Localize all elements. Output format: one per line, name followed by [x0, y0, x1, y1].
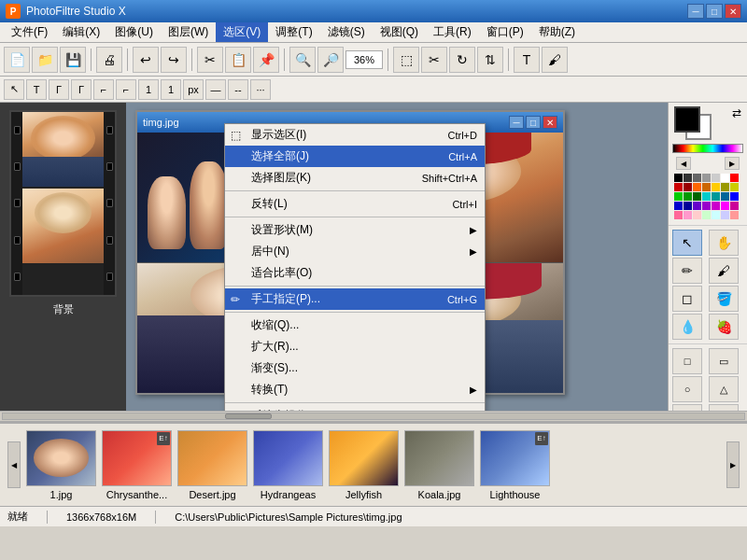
tool2-8[interactable]: 1 — [161, 79, 181, 100]
menu-select-layer[interactable]: 选择图层(K) Shift+Ctrl+A — [225, 167, 485, 189]
tool2-10[interactable]: — — [205, 79, 226, 100]
color-swatch[interactable] — [721, 202, 729, 210]
polygon-shape-btn[interactable]: ⬡ — [709, 404, 739, 411]
tool2-2[interactable]: T — [26, 79, 47, 100]
color-swatch[interactable] — [693, 183, 701, 191]
doc-minimize-button[interactable]: ─ — [509, 116, 524, 129]
thumb-img-1[interactable] — [26, 430, 96, 486]
triangle-shape-btn[interactable]: △ — [709, 376, 739, 402]
nav-right-arrow[interactable]: ▶ — [725, 157, 740, 170]
menu-image[interactable]: 图像(U) — [107, 22, 161, 42]
menu-filter[interactable]: 滤镜(S) — [320, 22, 373, 42]
zoom-level[interactable]: 36% — [345, 50, 383, 69]
menu-window[interactable]: 窗口(P) — [479, 22, 531, 42]
zoom-tool-btn[interactable]: 🍓 — [709, 314, 739, 340]
rotate-button[interactable]: ↻ — [449, 47, 475, 73]
thumb-next-button[interactable]: ▶ — [726, 441, 740, 488]
tool2-3[interactable]: Γ — [49, 79, 69, 100]
color-swatch[interactable] — [684, 202, 692, 210]
swap-colors-icon[interactable]: ⇄ — [732, 106, 741, 119]
select-tool-btn[interactable]: ↖ — [672, 230, 702, 256]
thumb-img-2[interactable]: E↑ — [102, 430, 172, 486]
tool2-5[interactable]: ⌐ — [93, 79, 114, 100]
menu-edit[interactable]: 编辑(X) — [55, 22, 107, 42]
tool2-4[interactable]: Γ — [71, 79, 92, 100]
color-swatch[interactable] — [712, 192, 720, 201]
menu-invert[interactable]: 反转(L) Ctrl+I — [225, 193, 485, 215]
thumb-img-4[interactable] — [253, 430, 323, 486]
color-swatch[interactable] — [702, 202, 711, 210]
menu-tools[interactable]: 工具(R) — [426, 22, 479, 42]
filmstrip-thumb-1[interactable] — [22, 112, 104, 187]
menu-help[interactable]: 帮助(Z) — [531, 22, 583, 42]
color-swatch[interactable] — [721, 183, 729, 191]
color-gradient-bar[interactable] — [672, 144, 743, 153]
color-swatch[interactable] — [684, 174, 692, 182]
round-rect-shape-btn[interactable]: ▭ — [709, 348, 739, 374]
color-swatch[interactable] — [712, 183, 720, 191]
color-swatch[interactable] — [721, 174, 729, 182]
select-button[interactable]: ⬚ — [393, 47, 419, 73]
doc-maximize-button[interactable]: □ — [526, 116, 541, 129]
color-swatch[interactable] — [693, 202, 701, 210]
diamond-shape-btn[interactable]: ◇ — [672, 404, 702, 411]
color-swatch[interactable] — [684, 183, 692, 191]
color-swatch[interactable] — [712, 174, 720, 182]
redo-button[interactable]: ↪ — [161, 47, 187, 73]
scrollbar-track[interactable] — [2, 413, 745, 420]
zoom-out-button[interactable]: 🔎 — [317, 47, 344, 73]
maximize-button[interactable]: □ — [706, 4, 723, 19]
color-swatch[interactable] — [693, 192, 701, 201]
color-swatch[interactable] — [674, 211, 683, 219]
paste-button[interactable]: 📌 — [253, 47, 279, 73]
color-swatch[interactable] — [693, 174, 701, 182]
close-button[interactable]: ✕ — [725, 4, 741, 19]
menu-layer[interactable]: 图层(W) — [161, 22, 216, 42]
menu-transform[interactable]: 转换(T) ▶ — [225, 379, 485, 400]
copy-button[interactable]: 📋 — [225, 47, 251, 73]
color-swatch[interactable] — [721, 192, 729, 201]
menu-selection[interactable]: 选区(V) — [216, 22, 268, 42]
color-swatch[interactable] — [730, 202, 739, 210]
menu-select-all[interactable]: 选择全部(J) Ctrl+A — [225, 146, 485, 167]
move-tool-btn[interactable]: ✋ — [709, 230, 739, 256]
text-button[interactable]: T — [514, 47, 540, 73]
menu-manual-specify[interactable]: ✏ 手工指定(P)... Ctrl+G — [225, 288, 485, 310]
flip-button[interactable]: ⇅ — [477, 47, 503, 73]
color-swatch[interactable] — [730, 174, 739, 182]
nav-left-arrow[interactable]: ◀ — [676, 157, 691, 170]
circle-shape-btn[interactable]: ○ — [672, 376, 702, 402]
undo-button[interactable]: ↩ — [133, 47, 159, 73]
scrollbar-thumb[interactable] — [225, 413, 272, 419]
menu-anti-alias[interactable]: ⟳ 反镜齿操作(U) ▶ — [225, 405, 485, 411]
thumb-prev-button[interactable]: ◀ — [7, 441, 21, 488]
tool2-9[interactable]: px — [183, 79, 204, 100]
menu-fit-ratio[interactable]: 适合比率(O) — [225, 262, 485, 284]
color-swatch[interactable] — [712, 202, 720, 210]
color-swatch[interactable] — [674, 183, 683, 191]
cut-button[interactable]: ✂ — [197, 47, 223, 73]
menu-show-selection[interactable]: ⬚ 显示选区(I) Ctrl+D — [225, 124, 485, 146]
menu-file[interactable]: 文件(F) — [4, 22, 55, 42]
filmstrip-thumb-2[interactable] — [22, 189, 104, 263]
color-swatch[interactable] — [674, 192, 683, 201]
pencil-tool-btn[interactable]: ✏ — [672, 258, 702, 284]
color-swatch[interactable] — [693, 211, 701, 219]
color-swatch[interactable] — [684, 192, 692, 201]
brush-button[interactable]: 🖌 — [542, 47, 568, 73]
menu-adjust[interactable]: 调整(T) — [268, 22, 319, 42]
color-swatch[interactable] — [674, 202, 683, 210]
tool2-12[interactable]: ··· — [250, 79, 271, 100]
rect-shape-btn[interactable]: □ — [672, 348, 702, 374]
crop-button[interactable]: ✂ — [421, 47, 447, 73]
tool2-11[interactable]: -- — [228, 79, 248, 100]
foreground-color[interactable] — [674, 106, 700, 133]
zoom-in-button[interactable]: 🔍 — [289, 47, 316, 73]
color-swatch[interactable] — [730, 183, 739, 191]
save-button[interactable]: 💾 — [60, 47, 86, 73]
menu-set-shape[interactable]: 设置形状(M) ▶ — [225, 219, 485, 241]
color-swatch[interactable] — [730, 211, 739, 219]
color-swatch[interactable] — [730, 192, 739, 201]
new-button[interactable]: 📄 — [4, 47, 30, 73]
menu-gradient[interactable]: 渐变(S)... — [225, 357, 485, 379]
